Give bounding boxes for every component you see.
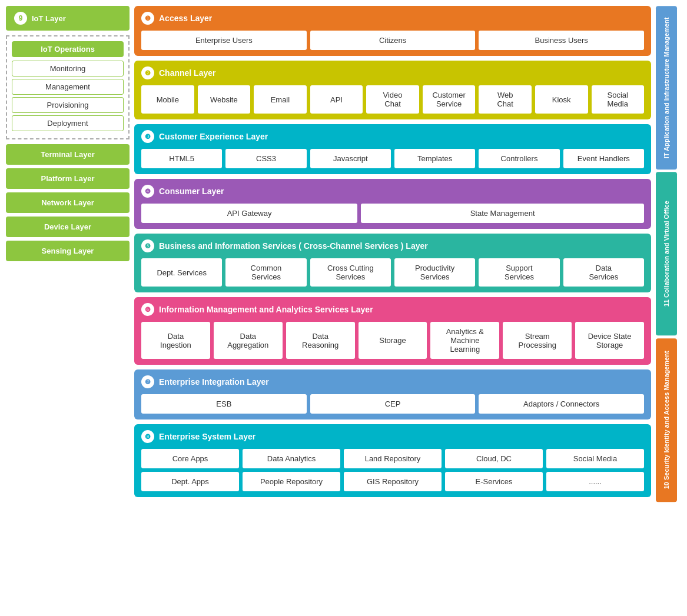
adaptors-connectors-item: Adaptors / Connectors <box>479 394 644 414</box>
layer-4-block: ❹ Consumer Layer API Gateway State Manag… <box>134 179 651 229</box>
iot-ops-item-3: Provisioning <box>12 97 124 113</box>
left-panel: 9 IoT Layer IoT Operations Monitoring Ma… <box>6 6 130 502</box>
iot-ops-item-4: Deployment <box>12 115 124 131</box>
terminal-layer-btn: Terminal Layer <box>6 144 130 165</box>
gis-repository-item: GIS Repository <box>344 472 442 491</box>
iot-operations-box: IoT Operations Monitoring Management Pro… <box>6 35 130 139</box>
layer-item: Citizens <box>310 31 476 50</box>
social-media-item: Social Media <box>546 449 644 468</box>
people-repository-item: People Repository <box>243 472 340 491</box>
data-aggregation-item: DataAggregation <box>214 322 283 359</box>
common-services-item: CommonServices <box>225 258 306 287</box>
layer-item: State Management <box>361 204 644 223</box>
layer-2-items: Mobile Website Email API VideoChat Custo… <box>141 85 644 114</box>
layer-8-rows: Core Apps Data Analytics Land Repository… <box>141 449 644 491</box>
layer-1-block: ❶ Access Layer Enterprise Users Citizens… <box>134 6 651 56</box>
layer-item: Controllers <box>479 149 559 168</box>
layer-2-label: Channel Layer <box>159 68 215 78</box>
center-panel: ❶ Access Layer Enterprise Users Citizens… <box>134 6 651 502</box>
layer-5-title: ❺ Business and Information Services ( Cr… <box>141 239 644 252</box>
layer-2-block: ❷ Channel Layer Mobile Website Email API… <box>134 61 651 119</box>
layer-item: Javascript <box>310 149 391 168</box>
layer-6-label: Information Management and Analytics Ser… <box>159 305 373 314</box>
layer-7-num: ❼ <box>141 375 154 388</box>
data-ingestion-item: DataIngestion <box>141 322 210 359</box>
right-label-it: IT Application and Infrastructure Manage… <box>656 6 677 169</box>
layer-4-title: ❹ Consumer Layer <box>141 185 644 198</box>
layer-item: API Gateway <box>141 204 357 223</box>
layer-1-items: Enterprise Users Citizens Business Users <box>141 31 644 50</box>
layer-2-title: ❷ Channel Layer <box>141 66 644 79</box>
layer-7-label: Enterprise Integration Layer <box>159 377 269 387</box>
stream-processing-item: StreamProcessing <box>503 322 572 359</box>
layer-3-block: ❸ Customer Experience Layer HTML5 CSS3 J… <box>134 124 651 174</box>
right-label-collab: 11 Collaboration and Virtual Office <box>656 172 677 335</box>
layer-item: Website <box>198 85 251 114</box>
layer-4-num: ❹ <box>141 185 154 198</box>
land-repository-item: Land Repository <box>344 449 442 468</box>
right-panel: IT Application and Infrastructure Manage… <box>656 6 677 502</box>
productivity-services-item: ProductivityServices <box>394 258 475 287</box>
layer-6-items: DataIngestion DataAggregation DataReason… <box>141 322 644 359</box>
device-state-storage-item: Device StateStorage <box>575 322 644 359</box>
layer-item: Templates <box>394 149 475 168</box>
layer-4-label: Consumer Layer <box>159 187 224 196</box>
layer-8-label: Enterprise System Layer <box>159 432 255 441</box>
layer-8-row-2: Dept. Apps People Repository GIS Reposit… <box>141 472 644 491</box>
layer-3-items: HTML5 CSS3 Javascript Templates Controll… <box>141 149 644 168</box>
layer-item: API <box>310 85 363 114</box>
cloud-dc-item: Cloud, DC <box>445 449 543 468</box>
data-analytics-item: Data Analytics <box>243 449 340 468</box>
core-apps-item: Core Apps <box>141 449 239 468</box>
layer-item: Business Users <box>479 31 644 50</box>
layer-7-items: ESB CEP Adaptors / Connectors <box>141 394 644 414</box>
layer-item: CustomerService <box>423 85 476 114</box>
layer-1-num: ❶ <box>141 12 154 25</box>
iot-layer-label: IoT Layer <box>32 14 66 23</box>
layer-5-num: ❺ <box>141 239 154 252</box>
layer-8-num: ❽ <box>141 430 154 443</box>
support-services-item: SupportServices <box>479 258 559 287</box>
iot-layer-num: 9 <box>14 12 27 25</box>
iot-ops-item-1: Monitoring <box>12 61 124 76</box>
layer-5-label: Business and Information Services ( Cros… <box>159 241 428 251</box>
layer-item: SocialMedia <box>592 85 645 114</box>
cross-cutting-services-item: Cross CuttingServices <box>310 258 391 287</box>
layer-6-block: ❻ Information Management and Analytics S… <box>134 297 651 365</box>
esb-item: ESB <box>141 394 307 414</box>
layer-8-block: ❽ Enterprise System Layer Core Apps Data… <box>134 424 651 497</box>
layer-item: WebChat <box>479 85 532 114</box>
analytics-ml-item: Analytics &MachineLearning <box>430 322 499 359</box>
layer-item: HTML5 <box>141 149 222 168</box>
layer-6-num: ❻ <box>141 303 154 316</box>
iot-ops-header: IoT Operations <box>12 41 124 57</box>
platform-layer-btn: Platform Layer <box>6 168 130 189</box>
layer-3-title: ❸ Customer Experience Layer <box>141 130 644 143</box>
layer-item: Event Handlers <box>563 149 644 168</box>
layer-3-num: ❸ <box>141 130 154 143</box>
layer-4-items: API Gateway State Management <box>141 204 644 223</box>
layer-item: Email <box>254 85 307 114</box>
e-services-item: E-Services <box>445 472 543 491</box>
data-services-item: DataServices <box>563 258 644 287</box>
network-layer-btn: Network Layer <box>6 192 130 213</box>
layer-6-title: ❻ Information Management and Analytics S… <box>141 303 644 316</box>
layer-item: Mobile <box>141 85 194 114</box>
layer-item: Enterprise Users <box>141 31 307 50</box>
dept-apps-item: Dept. Apps <box>141 472 239 491</box>
storage-item: Storage <box>359 322 427 359</box>
layer-item: Kiosk <box>535 85 588 114</box>
layer-1-title: ❶ Access Layer <box>141 12 644 25</box>
layer-7-block: ❼ Enterprise Integration Layer ESB CEP A… <box>134 369 651 419</box>
ellipsis-item: ...... <box>546 472 644 491</box>
dept-services-item: Dept. Services <box>141 258 222 287</box>
layer-1-label: Access Layer <box>159 14 212 23</box>
layer-5-block: ❺ Business and Information Services ( Cr… <box>134 234 651 292</box>
layer-3-label: Customer Experience Layer <box>159 132 268 141</box>
right-label-security: 10 Security Identity and Access Manageme… <box>656 338 677 502</box>
layer-5-items: Dept. Services CommonServices Cross Cutt… <box>141 258 644 287</box>
iot-ops-item-2: Management <box>12 79 124 95</box>
sensing-layer-btn: Sensing Layer <box>6 241 130 261</box>
layer-item: CSS3 <box>225 149 306 168</box>
device-layer-btn: Device Layer <box>6 217 130 237</box>
